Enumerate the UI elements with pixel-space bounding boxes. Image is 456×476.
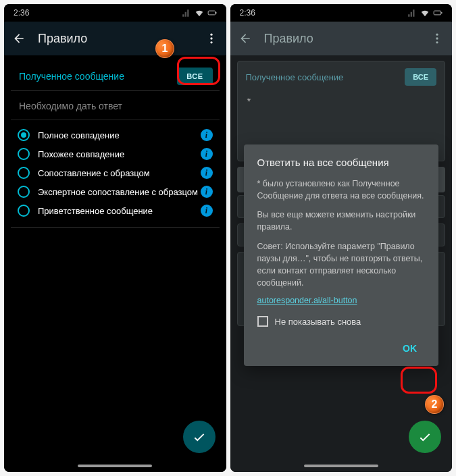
save-fab[interactable] [183, 421, 216, 453]
svg-rect-0 [208, 11, 216, 15]
signal-icon [407, 8, 417, 18]
svg-point-2 [210, 34, 212, 36]
checkbox-label: Не показывать снова [275, 317, 361, 327]
radio-similar-match[interactable]: Похожее совпадение i [15, 144, 216, 163]
radio-icon [18, 148, 30, 160]
dialog-body: * было установлено как Полученное Сообще… [257, 178, 426, 289]
signal-icon [182, 8, 191, 18]
radio-pattern-match[interactable]: Сопоставление с образцом i [15, 163, 216, 182]
battery-icon [433, 8, 442, 18]
status-time: 2:36 [14, 8, 29, 18]
phone-left: 2:36 Правило Полученное сообщение ВСЕ Не… [4, 4, 226, 472]
battery-icon [207, 8, 217, 18]
wildcard-text: * [238, 92, 445, 113]
svg-point-4 [210, 41, 212, 43]
back-icon[interactable] [238, 32, 252, 45]
info-icon[interactable]: i [201, 186, 213, 198]
reply-all-dialog: Ответить на все сообщения * было установ… [244, 144, 439, 366]
home-indicator [304, 465, 378, 467]
info-icon[interactable]: i [201, 129, 213, 141]
overflow-menu-icon[interactable] [430, 32, 444, 45]
svg-rect-5 [434, 11, 441, 15]
radio-label: Экспертное сопоставление с образцом [38, 187, 201, 197]
radio-exact-match[interactable]: Полное совпадение i [15, 126, 216, 144]
radio-label: Полное совпадение [38, 130, 201, 140]
svg-point-9 [436, 41, 438, 43]
svg-point-7 [436, 34, 438, 36]
app-bar: Правило [230, 22, 453, 55]
radio-label: Приветственное сообщение [38, 206, 201, 216]
radio-welcome-message[interactable]: Приветственное сообщение i [15, 201, 216, 220]
all-button[interactable]: ВСЕ [177, 68, 212, 85]
app-bar: Правило [4, 22, 226, 55]
annotation-badge-2: 2 [425, 395, 444, 414]
home-indicator [78, 465, 152, 467]
dialog-p2: Вы все еще можете изменить настройки пра… [257, 209, 426, 233]
svg-point-8 [436, 37, 438, 39]
svg-rect-1 [216, 12, 216, 14]
dialog-title: Ответить на все сообщения [257, 157, 426, 168]
back-icon[interactable] [12, 32, 26, 45]
phone-right: 2:36 Правило Полученное сообщение ВСЕ * [230, 4, 453, 472]
received-message-header: Полученное сообщение ВСЕ [11, 62, 220, 91]
check-icon [192, 429, 207, 444]
all-button[interactable]: ВСЕ [405, 68, 436, 86]
wifi-icon [420, 8, 430, 18]
page-title: Правило [264, 32, 419, 46]
radio-icon [18, 186, 30, 198]
info-icon[interactable]: i [201, 167, 213, 179]
received-label: Полученное сообщение [246, 72, 344, 82]
dialog-p1: * было установлено как Полученное Сообще… [257, 178, 426, 202]
status-icons [182, 8, 217, 18]
check-icon [417, 429, 432, 444]
dialog-link[interactable]: autoresponder.ai/all-button [257, 296, 426, 305]
annotation-badge-1: 1 [155, 39, 174, 58]
radio-expert-pattern[interactable]: Экспертное сопоставление с образцом i [15, 182, 216, 201]
dialog-p3: Совет: Используйте параметр "Правило пау… [257, 240, 426, 290]
wifi-icon [195, 8, 204, 18]
overflow-menu-icon[interactable] [205, 32, 218, 45]
save-fab[interactable] [409, 421, 441, 453]
received-label: Полученное сообщение [19, 71, 124, 82]
radio-label: Сопоставление с образцом [38, 168, 201, 178]
svg-rect-6 [441, 12, 442, 14]
svg-point-3 [210, 37, 212, 39]
dont-show-again-checkbox[interactable]: Не показывать снова [257, 316, 426, 327]
radio-label: Похожее совпадение [38, 149, 201, 159]
radio-icon [18, 129, 30, 141]
content-left: Полученное сообщение ВСЕ Необходимо дать… [4, 55, 226, 472]
info-icon[interactable]: i [201, 148, 213, 160]
status-time: 2:36 [240, 8, 255, 18]
match-type-radio-group: Полное совпадение i Похожее совпадение i… [11, 120, 220, 227]
checkbox-icon [257, 316, 268, 327]
content-right: Полученное сообщение ВСЕ * Подключить Op… [230, 55, 453, 472]
reply-type-section-title: Необходимо дать ответ [11, 91, 220, 120]
radio-icon [18, 167, 30, 179]
radio-icon [18, 205, 30, 217]
info-icon[interactable]: i [201, 205, 213, 217]
status-bar: 2:36 [4, 4, 226, 22]
status-icons [407, 8, 442, 18]
status-bar: 2:36 [230, 4, 453, 22]
dialog-ok-button[interactable]: OK [395, 338, 425, 359]
